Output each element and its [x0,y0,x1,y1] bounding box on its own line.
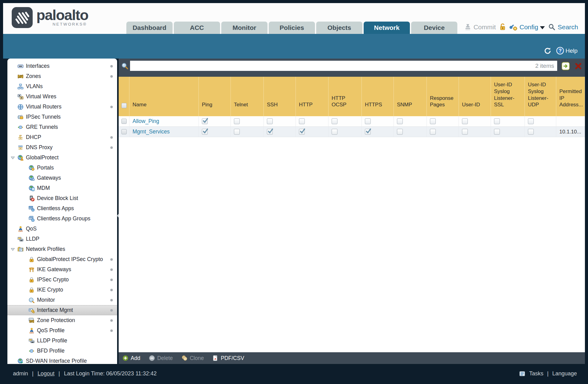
sidebar-item-label: Interface Mgmt [7,305,117,315]
sidebar-item-label: Device Block List [7,193,117,203]
refresh-icon[interactable] [544,47,552,55]
column-header-http[interactable]: HTTP [296,77,329,116]
logout-link[interactable]: Logout [38,370,55,377]
service-checkbox-ssh[interactable] [267,129,273,135]
column-header-response-pages[interactable]: Response Pages [427,77,459,116]
help-button[interactable]: ? Help [556,47,578,55]
service-checkbox-user-id-syslog-listener-ssl[interactable] [494,118,500,124]
sidebar-item-virtual-wires[interactable]: Virtual Wires [7,92,117,102]
sidebar-item-dns-proxy[interactable]: DNSDNS Proxy [7,142,117,153]
sidebar-item-bfd-profile[interactable]: BFD Profile [7,346,117,356]
service-checkbox-http[interactable] [299,129,305,135]
sidebar-item-gre-tunnels[interactable]: GRE Tunnels [7,122,117,132]
row-name-link[interactable]: Mgmt_Services [133,129,170,135]
sidebar-item-monitor[interactable]: Monitor [7,295,117,305]
sidebar-item-sd-wan-interface-profile[interactable]: SD-WAN Interface Profile [7,356,117,364]
select-all-checkbox[interactable] [121,103,127,108]
row-select-checkbox[interactable] [121,129,127,134]
service-checkbox-ping[interactable] [202,129,208,135]
sidebar-item-interface-mgmt[interactable]: Interface Mgmt [7,305,117,315]
service-checkbox-https[interactable] [365,118,371,124]
service-checkbox-telnet[interactable] [234,129,240,135]
sidebar-item-clientless-apps[interactable]: Clientless Apps [7,203,117,214]
service-checkbox-http-ocsp[interactable] [332,129,337,135]
sidebar-item-gateways[interactable]: Gateways [7,173,117,183]
toolbar-pdf-csv-button[interactable]: PDF/CSV [212,355,244,362]
row-select-checkbox[interactable] [121,119,127,124]
sidebar-item-interfaces[interactable]: Interfaces [7,61,117,71]
sidebar-item-virtual-routers[interactable]: Virtual Routers [7,102,117,112]
tab-device[interactable]: Device [411,22,457,34]
language-link[interactable]: Language [552,370,577,377]
toolbar-add-button[interactable]: Add [122,355,140,362]
column-header-telnet[interactable]: Telnet [231,77,264,116]
global-search[interactable]: Search [548,23,578,31]
sidebar-item-globalprotect-ipsec-crypto[interactable]: GlobalProtect IPSec Crypto [7,254,117,264]
service-checkbox-user-id-syslog-listener-udp[interactable] [528,118,534,124]
column-header-https[interactable]: HTTPS [362,77,394,116]
service-checkbox-response-pages[interactable] [430,118,436,124]
column-header-permitted-ip-address[interactable]: Permitted IP Address... [556,77,585,116]
column-header-snmp[interactable]: SNMP [394,77,427,116]
sidebar-item-lldp[interactable]: LLDP [7,234,117,244]
sidebar-item-ike-gateways[interactable]: IKE Gateways [7,264,117,275]
sidebar-item-globalprotect[interactable]: GlobalProtect [7,153,117,163]
toolbar-delete-button[interactable]: Delete [149,355,173,362]
row-name-link[interactable]: Allow_Ping [133,118,159,125]
service-checkbox-http[interactable] [299,118,305,124]
column-header-user-id-syslog-listener-udp[interactable]: User-ID Syslog Listener-UDP [525,77,556,116]
header-checkbox-cell [119,77,129,116]
service-checkbox-https[interactable] [365,129,371,135]
service-checkbox-http-ocsp[interactable] [332,118,337,124]
sidebar-item-qos-profile[interactable]: QoSQoS Profile [7,325,117,336]
sidebar-item-network-profiles[interactable]: Network Profiles [7,244,117,254]
sidebar-item-vlans[interactable]: VLANs [7,81,117,92]
service-checkbox-ssh[interactable] [267,118,273,124]
service-checkbox-snmp[interactable] [397,129,403,135]
toolbar-clone-button[interactable]: Clone [182,355,204,362]
apply-filter-button[interactable] [561,62,570,70]
sidebar-item-qos[interactable]: QoSQoS [7,224,117,234]
column-header-ssh[interactable]: SSH [264,77,296,116]
tab-network[interactable]: Network [364,22,410,34]
tab-acc[interactable]: ACC [174,22,220,34]
column-header-user-id-syslog-listener-ssl[interactable]: User-ID Syslog Listener-SSL [491,77,525,116]
config-menu[interactable]: Config [509,23,546,31]
commit-button[interactable]: Commit [464,23,496,31]
column-header-http-ocsp[interactable]: HTTP OCSP [329,77,362,116]
lock-icon[interactable] [499,23,507,31]
sidebar-item-dhcp[interactable]: IPDHCP [7,132,117,142]
sidebar-item-ipsec-tunnels[interactable]: IPSec Tunnels [7,112,117,122]
service-checkbox-response-pages[interactable] [430,129,436,135]
tab-dashboard[interactable]: Dashboard [126,22,173,34]
service-checkbox-ping[interactable] [202,118,208,124]
clear-filter-button[interactable] [574,62,582,70]
sidebar-item-clientless-app-groups[interactable]: Clientless App Groups [7,214,117,224]
sidebar-item-portals[interactable]: Portals [7,163,117,173]
column-header-name[interactable]: Name [129,77,199,116]
service-checkbox-telnet[interactable] [234,118,240,124]
service-checkbox-user-id-syslog-listener-ssl[interactable] [494,129,500,135]
sidebar-item-ike-crypto[interactable]: IKE Crypto [7,285,117,295]
column-header-user-id[interactable]: User-ID [459,77,491,116]
sidebar-item-lldp-profile[interactable]: LLDP Profile [7,336,117,346]
sidebar-item-zones[interactable]: Zones [7,71,117,81]
tab-monitor[interactable]: Monitor [221,22,267,34]
tab-policies[interactable]: Policies [269,22,315,34]
filter-input[interactable] [130,61,535,71]
sidebar-item-zone-protection[interactable]: Zone Protection [7,315,117,325]
tab-objects[interactable]: Objects [316,22,362,34]
service-checkbox-user-id[interactable] [462,118,468,124]
column-header-ping[interactable]: Ping [199,77,231,116]
table-row[interactable]: Allow_Ping [119,116,585,127]
dns-proxy-icon: DNS [18,145,23,150]
tasks-link[interactable]: Tasks [529,370,543,377]
sidebar-item-ipsec-crypto[interactable]: IPSec Crypto [7,275,117,285]
sidebar-item-device-block-list[interactable]: Device Block List [7,193,117,203]
table-row[interactable]: Mgmt_Services10.1.10... [119,127,585,137]
sidebar-item-mdm[interactable]: MDM [7,183,117,193]
service-checkbox-snmp[interactable] [397,118,403,124]
sidebar-item-label: IPSec Crypto [7,275,117,285]
service-checkbox-user-id[interactable] [462,129,468,135]
service-checkbox-user-id-syslog-listener-udp[interactable] [528,129,534,135]
